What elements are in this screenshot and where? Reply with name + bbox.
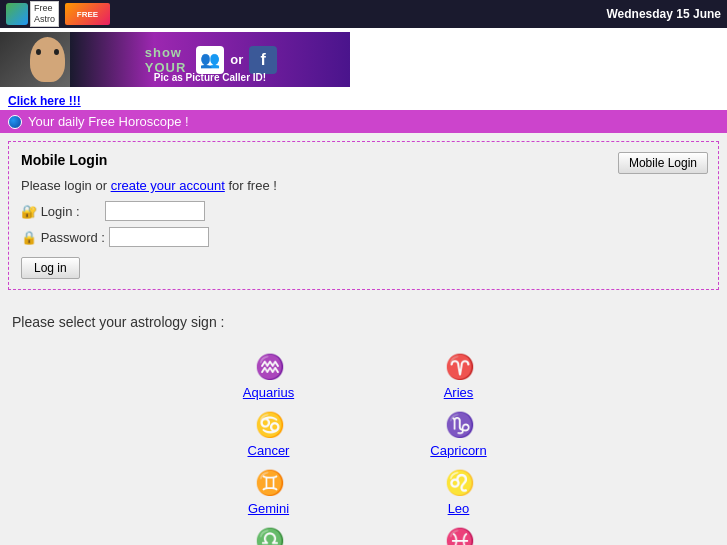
capricorn-link[interactable]: Capricorn <box>430 443 486 458</box>
login-input[interactable] <box>105 201 205 221</box>
free-astro-logo-icon <box>6 3 28 25</box>
header-logo: Free Astro FREE <box>6 1 110 27</box>
aquarius-art: ♒ <box>253 350 285 385</box>
svg-text:♓: ♓ <box>445 526 475 545</box>
svg-text:♎: ♎ <box>255 526 285 545</box>
banner-area: showYOUR 👥 or f Pic as Picture Caller ID… <box>0 28 727 91</box>
prompt-suffix: for free ! <box>225 178 277 193</box>
astrology-title: Please select your astrology sign : <box>12 314 715 330</box>
create-account-link[interactable]: create your account <box>111 178 225 193</box>
purple-bar: Your daily Free Horoscope ! <box>0 110 727 133</box>
leo-art: ♌ <box>443 466 475 501</box>
or-text: or <box>230 52 243 67</box>
header-date: Wednesday 15 June <box>607 7 722 21</box>
mobile-login-section: Mobile Login Mobile Login Please login o… <box>8 141 719 290</box>
mobile-login-button[interactable]: Mobile Login <box>618 152 708 174</box>
cancer-link[interactable]: Cancer <box>248 443 290 458</box>
sign-leo[interactable]: ♌ Leo <box>364 462 554 520</box>
prompt-text: Please login or <box>21 178 111 193</box>
svg-text:♒: ♒ <box>255 352 285 380</box>
svg-text:♌: ♌ <box>445 468 475 496</box>
sign-capricorn[interactable]: ♑ Capricorn <box>364 404 554 462</box>
sign-cancer[interactable]: ♋ Cancer <box>174 404 364 462</box>
horoscope-bar-text: Your daily Free Horoscope ! <box>28 114 189 129</box>
signs-grid: ♒ Aquarius ♈ Aries ♋ Cancer <box>174 346 554 545</box>
svg-text:♑: ♑ <box>445 410 475 438</box>
main-content: Mobile Login Mobile Login Please login o… <box>0 133 727 545</box>
sign-pisces[interactable]: ♓ Pisces <box>364 520 554 545</box>
svg-text:♈: ♈ <box>445 352 475 380</box>
capricorn-art: ♑ <box>443 408 475 443</box>
eye-left <box>36 49 41 55</box>
show-your-text: showYOUR <box>145 45 187 75</box>
mobile-login-title: Mobile Login <box>21 152 706 168</box>
astrology-section: Please select your astrology sign : ♒ Aq… <box>8 306 719 545</box>
sign-libra[interactable]: ♎ Libra <box>174 520 364 545</box>
sign-aquarius[interactable]: ♒ Aquarius <box>174 346 364 404</box>
sign-gemini[interactable]: ♊ Gemini <box>174 462 364 520</box>
login-prompt: Please login or create your account for … <box>21 178 706 193</box>
gemini-link[interactable]: Gemini <box>248 501 289 516</box>
password-icon: 🔒 Password : <box>21 230 105 245</box>
svg-text:♋: ♋ <box>255 410 285 438</box>
click-link-wrapper: Click here !!! <box>0 91 727 110</box>
pic-caller-text: Pic as Picture Caller ID! <box>70 71 350 83</box>
click-here-link[interactable]: Click here !!! <box>4 94 81 108</box>
sign-aries[interactable]: ♈ Aries <box>364 346 554 404</box>
banner-face-image <box>0 32 70 87</box>
eye-right <box>54 49 59 55</box>
libra-art: ♎ <box>253 524 285 545</box>
free-astro-logo-text: Free Astro <box>30 1 59 27</box>
cancer-art: ♋ <box>253 408 285 443</box>
banner-wrapper: showYOUR 👥 or f Pic as Picture Caller ID… <box>0 32 350 87</box>
aquarius-link[interactable]: Aquarius <box>243 385 294 400</box>
banner-image[interactable]: showYOUR 👥 or f Pic as Picture Caller ID… <box>70 32 350 87</box>
facebook-icon: f <box>249 46 277 74</box>
login-field-row: 🔐 Login : <box>21 201 706 221</box>
password-input[interactable] <box>109 227 209 247</box>
login-icon: 🔐 Login : <box>21 204 101 219</box>
svg-text:♊: ♊ <box>255 468 285 496</box>
globe-icon <box>8 115 22 129</box>
aries-link[interactable]: Aries <box>444 385 474 400</box>
log-in-button[interactable]: Log in <box>21 257 80 279</box>
people-icon: 👥 <box>196 46 224 74</box>
gemini-art: ♊ <box>253 466 285 501</box>
password-field-row: 🔒 Password : <box>21 227 706 247</box>
pisces-art: ♓ <box>443 524 475 545</box>
header: Free Astro FREE Wednesday 15 June <box>0 0 727 28</box>
header-promo-image: FREE <box>65 3 110 25</box>
aries-art: ♈ <box>443 350 475 385</box>
leo-link[interactable]: Leo <box>448 501 470 516</box>
face-shape <box>30 37 65 82</box>
login-fields: 🔐 Login : 🔒 Password : <box>21 201 706 247</box>
